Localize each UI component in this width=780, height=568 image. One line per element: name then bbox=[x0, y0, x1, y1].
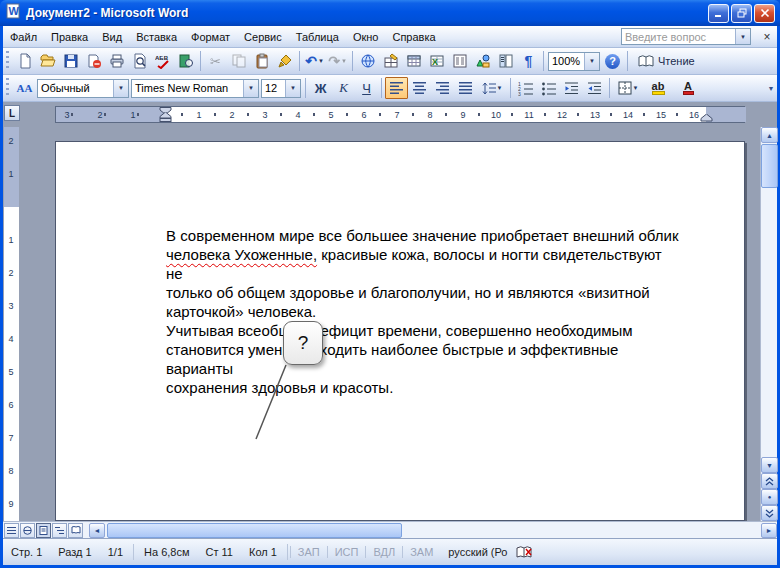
next-page-button[interactable] bbox=[761, 505, 778, 521]
increase-indent-button[interactable] bbox=[583, 77, 606, 99]
font-combo[interactable]: Times New Roman ▼ bbox=[131, 79, 259, 98]
minimize-button[interactable] bbox=[708, 4, 729, 23]
insert-excel-worksheet-button[interactable]: X bbox=[425, 50, 448, 72]
format-painter-button[interactable] bbox=[273, 50, 296, 72]
scroll-right-button[interactable]: ► bbox=[761, 523, 777, 538]
align-center-button[interactable] bbox=[408, 77, 431, 99]
font-dropdown-icon[interactable]: ▼ bbox=[243, 80, 258, 97]
toolbar-grip[interactable] bbox=[6, 78, 9, 98]
document-page[interactable]: В современном мире все большее значение … bbox=[55, 141, 745, 521]
copy-button[interactable] bbox=[227, 50, 250, 72]
line-spacing-button[interactable]: ▼ bbox=[477, 77, 507, 99]
undo-button[interactable]: ↶▼ bbox=[303, 50, 326, 72]
toolbar-options-button[interactable]: ▼ bbox=[765, 77, 777, 99]
insert-hyperlink-button[interactable] bbox=[356, 50, 379, 72]
bold-button[interactable]: Ж bbox=[309, 77, 332, 99]
chevron-down-icon[interactable]: ▼ bbox=[735, 29, 750, 44]
scroll-up-button[interactable]: ▲ bbox=[761, 127, 778, 143]
print-layout-view-button[interactable] bbox=[36, 523, 51, 538]
menu-item-insert[interactable]: Вставка bbox=[129, 28, 184, 46]
research-button[interactable] bbox=[174, 50, 197, 72]
status-track-changes-mode[interactable]: ИСП bbox=[327, 546, 366, 558]
spelling-button[interactable]: АБВ bbox=[151, 50, 174, 72]
undo-dropdown-icon[interactable]: ▼ bbox=[318, 58, 324, 64]
cut-button[interactable]: ✂ bbox=[204, 50, 227, 72]
spelling-status-icon[interactable] bbox=[515, 544, 533, 560]
save-button[interactable] bbox=[59, 50, 82, 72]
horizontal-ruler[interactable]: 321 12345678910111213141516 bbox=[55, 106, 745, 123]
select-browse-object-button[interactable]: ● bbox=[761, 489, 778, 505]
status-overtype-mode[interactable]: ЗАМ bbox=[402, 546, 440, 558]
scroll-down-button[interactable]: ▼ bbox=[761, 457, 778, 473]
italic-button[interactable]: К bbox=[332, 77, 355, 99]
status-language[interactable]: русский (Ро bbox=[440, 546, 515, 558]
vertical-scroll-thumb[interactable] bbox=[761, 144, 778, 188]
print-button[interactable] bbox=[105, 50, 128, 72]
question-input[interactable]: Введите вопрос ▼ bbox=[621, 28, 751, 45]
tab-selector[interactable]: L bbox=[4, 105, 20, 121]
menu-item-view[interactable]: Вид bbox=[95, 28, 129, 46]
ruler-number: 6 bbox=[361, 110, 366, 120]
redo-button[interactable]: ↷▼ bbox=[326, 50, 349, 72]
vertical-scrollbar[interactable]: ▲ ▼ ● bbox=[760, 127, 777, 521]
normal-view-button[interactable] bbox=[4, 523, 19, 538]
open-button[interactable] bbox=[36, 50, 59, 72]
close-document-button[interactable]: × bbox=[759, 29, 775, 45]
hanging-indent-marker[interactable] bbox=[159, 112, 172, 122]
justify-button[interactable] bbox=[454, 77, 477, 99]
toolbar-grip[interactable] bbox=[6, 51, 9, 71]
menu-item-format[interactable]: Формат bbox=[184, 28, 237, 46]
align-left-button[interactable] bbox=[385, 77, 408, 99]
print-preview-button[interactable] bbox=[128, 50, 151, 72]
reading-view-button[interactable] bbox=[68, 523, 83, 538]
font-color-button[interactable]: А bbox=[673, 77, 703, 99]
drawing-button[interactable] bbox=[471, 50, 494, 72]
right-indent-marker[interactable] bbox=[700, 114, 713, 122]
close-button[interactable] bbox=[754, 4, 775, 23]
web-layout-view-button[interactable] bbox=[20, 523, 35, 538]
document-text[interactable]: В современном мире все большее значение … bbox=[166, 226, 681, 397]
show-hide-formatting-button[interactable]: ¶ bbox=[517, 50, 540, 72]
horizontal-scroll-thumb[interactable] bbox=[107, 523, 402, 538]
menu-item-table[interactable]: Таблица bbox=[289, 28, 346, 46]
styles-and-formatting-button[interactable]: АА bbox=[13, 77, 36, 99]
menu-item-edit[interactable]: Правка bbox=[44, 28, 95, 46]
new-document-button[interactable] bbox=[13, 50, 36, 72]
tables-and-borders-button[interactable] bbox=[379, 50, 402, 72]
borders-dropdown-icon[interactable]: ▼ bbox=[633, 85, 639, 91]
insert-table-button[interactable] bbox=[402, 50, 425, 72]
align-right-button[interactable] bbox=[431, 77, 454, 99]
redo-dropdown-icon[interactable]: ▼ bbox=[341, 58, 347, 64]
status-extend-mode[interactable]: ВДЛ bbox=[365, 546, 402, 558]
bulleted-list-button[interactable] bbox=[537, 77, 560, 99]
menu-item-window[interactable]: Окно bbox=[346, 28, 386, 46]
line-spacing-dropdown-icon[interactable]: ▼ bbox=[497, 85, 503, 91]
paste-button[interactable] bbox=[250, 50, 273, 72]
permission-button[interactable] bbox=[82, 50, 105, 72]
menu-item-file[interactable]: Файл bbox=[3, 28, 44, 46]
borders-button[interactable]: ▼ bbox=[613, 77, 643, 99]
zoom-combo[interactable]: 100% ▼ bbox=[548, 52, 600, 71]
status-record-mode[interactable]: ЗАП bbox=[290, 546, 327, 558]
style-dropdown-icon[interactable]: ▼ bbox=[113, 80, 128, 97]
outline-view-button[interactable] bbox=[52, 523, 67, 538]
help-button[interactable]: ? bbox=[601, 50, 624, 72]
vertical-ruler[interactable]: 21 123456789 bbox=[3, 127, 20, 521]
highlight-button[interactable]: ab bbox=[643, 77, 673, 99]
underline-button[interactable]: Ч bbox=[355, 77, 378, 99]
style-combo[interactable]: Обычный ▼ bbox=[37, 79, 129, 98]
document-map-button[interactable] bbox=[494, 50, 517, 72]
columns-button[interactable] bbox=[448, 50, 471, 72]
font-size-combo[interactable]: 12 ▼ bbox=[261, 79, 301, 98]
zoom-dropdown-icon[interactable]: ▼ bbox=[584, 53, 599, 70]
help-balloon[interactable]: ? bbox=[283, 321, 323, 365]
menu-item-tools[interactable]: Сервис bbox=[237, 28, 289, 46]
font-size-dropdown-icon[interactable]: ▼ bbox=[285, 80, 300, 97]
menu-item-help[interactable]: Справка bbox=[385, 28, 442, 46]
read-mode-button[interactable]: Чтение bbox=[631, 50, 702, 72]
decrease-indent-button[interactable] bbox=[560, 77, 583, 99]
previous-page-button[interactable] bbox=[761, 473, 778, 489]
restore-button[interactable] bbox=[731, 4, 752, 23]
scroll-left-button[interactable]: ◄ bbox=[89, 523, 105, 538]
numbered-list-button[interactable]: 123 bbox=[514, 77, 537, 99]
